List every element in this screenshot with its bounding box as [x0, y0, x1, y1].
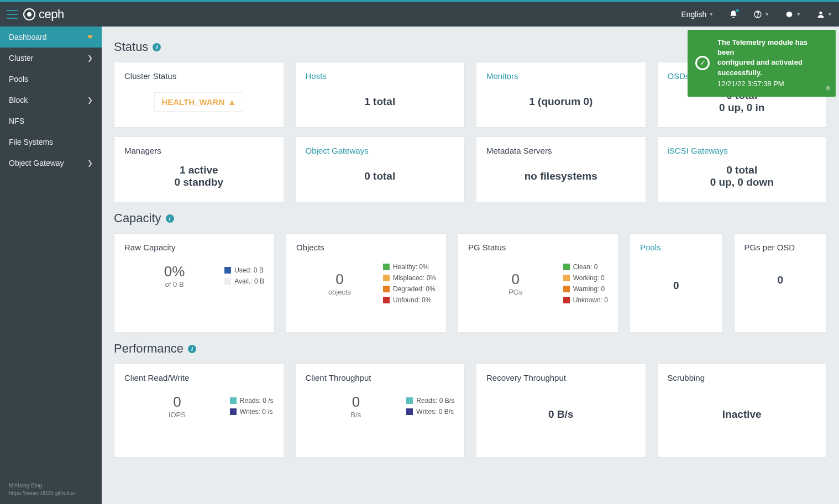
sidebar-footer: MrHsing Blog https://xwanli0923.github.i…: [0, 475, 102, 504]
navbar: ceph English▼ ▼ ▼ ▼: [0, 2, 839, 27]
card-client-throughput: Client Throughput 0B/s Reads: 0 B/sWrite…: [295, 364, 465, 458]
info-icon[interactable]: i: [153, 43, 161, 51]
crw-legend: Reads: 0 /sWrites: 0 /s: [230, 397, 274, 416]
card-managers: Managers 1 active0 standby: [114, 136, 284, 202]
sidebar-item-pools[interactable]: Pools: [0, 69, 102, 90]
sidebar-item-dashboard[interactable]: Dashboard❤: [0, 27, 102, 48]
pg-legend: Clean: 0Working: 0Warning: 0Unknown: 0: [563, 263, 608, 304]
card-raw-capacity: Raw Capacity 0%of 0 B Used: 0 B Avail.: …: [114, 233, 275, 333]
objects-legend: Healthy: 0%Misplaced: 0%Degraded: 0%Unfo…: [383, 263, 436, 304]
legend-item: Unknown: 0: [563, 296, 608, 304]
sidebar-item-block[interactable]: Block❯: [0, 90, 102, 111]
chevron-right-icon: ❯: [87, 159, 93, 167]
card-metadata-servers: Metadata Servers no filesystems: [476, 136, 646, 202]
warning-icon: ▲: [228, 97, 236, 107]
main-content: ✓ The Telemetry module has been configur…: [102, 27, 839, 504]
card-object-gateways[interactable]: Object Gateways 0 total: [295, 136, 465, 202]
toast-success: ✓ The Telemetry module has been configur…: [688, 30, 836, 97]
health-badge[interactable]: HEALTH_WARN▲: [154, 92, 243, 112]
user-dropdown[interactable]: ▼: [816, 10, 832, 19]
legend-item: Misplaced: 0%: [383, 274, 436, 282]
card-recovery-throughput: Recovery Throughput 0 B/s: [476, 364, 646, 458]
info-icon[interactable]: i: [188, 345, 196, 353]
settings-dropdown[interactable]: ▼: [785, 10, 801, 19]
legend-item: Clean: 0: [563, 263, 608, 271]
card-iscsi-gateways[interactable]: iSCSI Gateways 0 total0 up, 0 down: [657, 136, 827, 202]
legend-item: Writes: 0 B/s: [406, 408, 454, 416]
card-hosts[interactable]: Hosts 1 total: [295, 62, 465, 128]
legend-item: Unfound: 0%: [383, 296, 436, 304]
card-scrubbing: Scrubbing Inactive: [657, 364, 827, 458]
legend-item: Writes: 0 /s: [230, 408, 274, 416]
notifications-icon[interactable]: [729, 10, 738, 19]
svg-point-1: [758, 17, 758, 17]
capacity-heading: Capacityi: [114, 211, 827, 225]
help-dropdown[interactable]: ▼: [753, 10, 769, 19]
chevron-right-icon: ❯: [87, 96, 93, 104]
ctp-legend: Reads: 0 B/sWrites: 0 B/s: [406, 397, 454, 416]
legend-item: Working: 0: [563, 274, 608, 282]
card-monitors[interactable]: Monitors 1 (quorum 0): [476, 62, 646, 128]
card-pgs-per-osd: PGs per OSD 0: [734, 233, 827, 333]
check-icon: ✓: [695, 56, 710, 70]
sidebar-item-nfs[interactable]: NFS: [0, 111, 102, 132]
legend-item: Reads: 0 B/s: [406, 397, 454, 405]
legend-item: Reads: 0 /s: [230, 397, 274, 405]
logo-icon: [23, 8, 35, 20]
card-pools[interactable]: Pools 0: [630, 233, 723, 333]
svg-point-2: [819, 12, 822, 14]
card-pg-status: PG Status 0PGs Clean: 0Working: 0Warning…: [458, 233, 618, 333]
brand-logo[interactable]: ceph: [23, 7, 64, 22]
close-icon[interactable]: ⊗: [825, 84, 830, 92]
sidebar-item-filesystems[interactable]: File Systems: [0, 132, 102, 153]
card-client-rw: Client Read/Write 0IOPS Reads: 0 /sWrite…: [114, 364, 284, 458]
card-objects: Objects 0objects Healthy: 0%Misplaced: 0…: [286, 233, 447, 333]
heartbeat-icon: ❤: [87, 33, 93, 41]
info-icon[interactable]: i: [166, 214, 174, 223]
legend-item: Healthy: 0%: [383, 263, 436, 271]
hamburger-icon[interactable]: [7, 10, 18, 19]
legend-item: Warning: 0: [563, 285, 608, 293]
performance-heading: Performancei: [114, 342, 827, 356]
sidebar-item-cluster[interactable]: Cluster❯: [0, 48, 102, 69]
sidebar-item-object-gateway[interactable]: Object Gateway❯: [0, 153, 102, 174]
legend-item: Degraded: 0%: [383, 285, 436, 293]
language-dropdown[interactable]: English▼: [681, 10, 714, 19]
card-cluster-status: Cluster Status HEALTH_WARN▲: [114, 62, 284, 128]
chevron-right-icon: ❯: [87, 54, 93, 62]
sidebar: Dashboard❤ Cluster❯ Pools Block❯ NFS Fil…: [0, 27, 102, 504]
brand-text: ceph: [39, 7, 64, 22]
